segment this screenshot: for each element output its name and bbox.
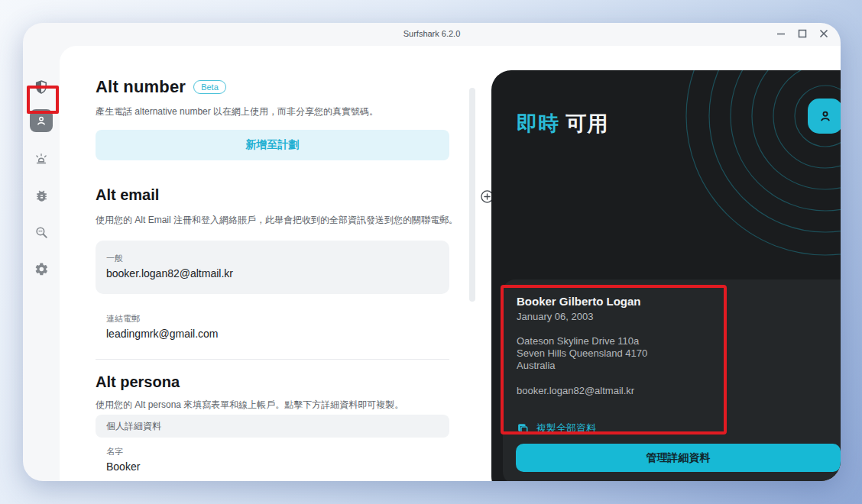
alt-number-title: Alt number (96, 77, 186, 96)
minimize-button[interactable] (775, 27, 787, 40)
sidebar-item-vpn[interactable] (23, 73, 60, 101)
status-accent-text: 即時 (517, 112, 559, 135)
alternative-id-avatar (808, 99, 841, 134)
alternative-id-column: Alt numberBeta 產生電話 alternative number 以… (96, 46, 449, 481)
persona-name: Booker Gilberto Logan (517, 295, 841, 308)
bug-icon (34, 189, 49, 203)
minimize-icon (776, 28, 786, 39)
alt-number-description: 產生電話 alternative number 以在網上使用，而非分享您的真實號… (96, 105, 378, 118)
address-line-3: Australia (517, 360, 841, 372)
persona-details: Booker Gilberto Logan January 06, 2003 O… (517, 295, 841, 396)
sidebar-item-search[interactable] (23, 218, 60, 246)
first-name-value: Booker (106, 460, 140, 473)
person-icon (817, 108, 834, 124)
alt-number-header: Alt numberBeta (96, 77, 226, 97)
copy-all-details-button[interactable]: 複製全部資料 (517, 422, 596, 435)
shield-icon (34, 79, 49, 95)
alt-email-card[interactable]: 一般 booker.logan82@altmail.kr (96, 241, 449, 294)
desktop-background: Surfshark 6.2.0 (0, 0, 862, 504)
gear-icon (34, 262, 49, 276)
persona-email: booker.logan82@altmail.kr (517, 385, 841, 396)
close-button[interactable] (818, 27, 830, 40)
sidebar-item-antivirus[interactable] (23, 182, 60, 209)
alt-persona-title: Alt persona (96, 373, 180, 391)
window-controls (775, 27, 830, 40)
alt-email-primary-label: 一般 (106, 253, 439, 264)
manage-details-button[interactable]: 管理詳細資料 (516, 444, 841, 472)
maximize-icon (797, 28, 808, 39)
sidebar (23, 46, 60, 481)
persona-birth-date: January 06, 2003 (517, 311, 841, 322)
sidebar-item-alert[interactable] (23, 145, 60, 173)
alt-email-title: Alt email (96, 186, 159, 204)
search-icon (34, 225, 49, 240)
siren-icon (34, 151, 49, 166)
first-name-row[interactable]: 名字 Booker (106, 446, 140, 473)
active-item-chip (30, 109, 53, 132)
maximize-button[interactable] (796, 27, 809, 40)
persona-address: Oateson Skyline Drive 110a Seven Hills Q… (517, 335, 841, 372)
titlebar: Surfshark 6.2.0 (23, 23, 841, 46)
surfshark-window: Surfshark 6.2.0 (23, 23, 841, 481)
personal-details-header: 個人詳細資料 (96, 415, 449, 438)
add-to-plan-button[interactable]: 新增至計劃 (96, 130, 449, 160)
linked-email-row: 連結電郵 leadingmrk@gmail.com (106, 313, 218, 340)
radar-rings-decoration (617, 70, 841, 299)
beta-badge: Beta (193, 80, 226, 94)
alt-email-primary-value: booker.logan82@altmail.kr (106, 267, 439, 279)
window-title: Surfshark 6.2.0 (23, 29, 841, 38)
content-scrollbar[interactable] (469, 88, 475, 302)
linked-email-value: leadingmrk@gmail.com (106, 328, 218, 340)
alternative-id-panel: 即時 可用 Booker Gilberto Logan January 06, … (491, 70, 841, 481)
address-line-2: Seven Hills Queensland 4170 (517, 347, 841, 360)
sidebar-item-alternative-id[interactable] (23, 107, 60, 134)
first-name-label: 名字 (106, 446, 140, 457)
person-id-icon (34, 114, 48, 128)
close-icon (818, 28, 829, 39)
status-rest-text: 可用 (566, 112, 609, 135)
panel-status-title: 即時 可用 (517, 110, 609, 137)
address-line-1: Oateson Skyline Drive 110a (517, 335, 841, 347)
alt-email-description: 使用您的 Alt Email 注冊和登入網絡賬戶，此舉會把收到的全部資訊發送到您… (96, 214, 458, 227)
sidebar-item-settings[interactable] (23, 255, 60, 283)
section-divider (96, 359, 449, 360)
linked-email-label: 連結電郵 (106, 313, 218, 325)
copy-all-details-label: 複製全部資料 (536, 422, 596, 435)
alt-persona-description: 使用您的 Alt persona 來填寫表單和線上帳戶。點擊下方詳細資料即可複製… (96, 399, 403, 412)
main-content: Alt numberBeta 產生電話 alternative number 以… (60, 46, 841, 481)
copy-icon (517, 422, 530, 435)
